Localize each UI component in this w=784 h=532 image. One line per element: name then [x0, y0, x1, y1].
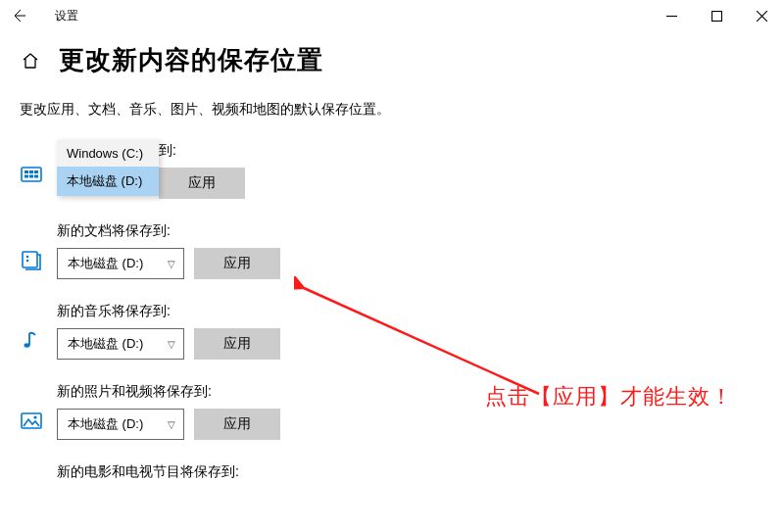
row-apps-label: 到: [159, 142, 245, 160]
row-docs-label: 新的文档将保存到: [57, 222, 280, 240]
chevron-down-icon: ▽ [168, 339, 175, 350]
header: 更改新内容的保存位置 [20, 43, 764, 77]
back-button[interactable] [4, 1, 33, 30]
svg-point-9 [26, 256, 29, 259]
titlebar-left: 设置 [4, 1, 78, 30]
dropdown-option-c[interactable]: Windows (C:) [57, 140, 159, 167]
svg-rect-3 [29, 170, 33, 173]
home-icon [21, 51, 40, 71]
row-movies-body: 新的电影和电视节目将保存到: [57, 461, 239, 481]
row-movies-label: 新的电影和电视节目将保存到: [57, 463, 239, 481]
dropdown-docs-value: 本地磁盘 (D:) [68, 255, 143, 272]
svg-rect-4 [34, 170, 38, 173]
maximize-button[interactable] [694, 1, 739, 30]
close-icon [757, 11, 767, 22]
document-icon [20, 248, 43, 271]
row-music-body: 新的音乐将保存到: 本地磁盘 (D:) ▽ 应用 [57, 301, 280, 360]
row-docs: 新的文档将保存到: 本地磁盘 (D:) ▽ 应用 [20, 220, 764, 279]
svg-rect-2 [24, 170, 28, 173]
row-movies: 新的电影和电视节目将保存到: [20, 461, 764, 487]
music-icon [20, 328, 43, 352]
apps-icon [20, 162, 43, 185]
apps-dropdown-popup: Windows (C:) 本地磁盘 (D:) [57, 140, 159, 196]
window-controls [649, 1, 784, 30]
svg-rect-7 [34, 175, 38, 178]
close-button[interactable] [739, 1, 784, 30]
page-title: 更改新内容的保存位置 [59, 43, 323, 77]
maximize-icon [711, 11, 722, 22]
arrow-left-icon [11, 8, 26, 24]
window-title: 设置 [55, 8, 78, 24]
svg-rect-5 [24, 175, 28, 178]
content: 更改新内容的保存位置 更改应用、文档、音乐、图片、视频和地图的默认保存位置。 到… [0, 31, 784, 487]
svg-point-13 [33, 415, 36, 418]
apply-button-music[interactable]: 应用 [194, 328, 280, 360]
row-apps: 到: 应用 Windows (C:) 本地磁盘 (D:) [20, 140, 764, 199]
row-photos-label: 新的照片和视频将保存到: [57, 383, 280, 401]
home-button[interactable] [20, 50, 41, 72]
chevron-down-icon: ▽ [168, 259, 175, 269]
dropdown-docs[interactable]: 本地磁盘 (D:) ▽ [57, 248, 184, 279]
svg-point-11 [24, 343, 30, 347]
dropdown-photos[interactable]: 本地磁盘 (D:) ▽ [57, 409, 184, 440]
titlebar: 设置 [0, 0, 784, 31]
dropdown-option-d[interactable]: 本地磁盘 (D:) [57, 167, 159, 196]
row-docs-body: 新的文档将保存到: 本地磁盘 (D:) ▽ 应用 [57, 220, 280, 279]
apply-button-apps[interactable]: 应用 [159, 168, 245, 199]
row-photos-body: 新的照片和视频将保存到: 本地磁盘 (D:) ▽ 应用 [57, 381, 280, 440]
dropdown-photos-value: 本地磁盘 (D:) [68, 415, 143, 433]
minimize-button[interactable] [649, 1, 694, 30]
svg-rect-8 [23, 252, 37, 267]
row-music-label: 新的音乐将保存到: [57, 303, 280, 320]
svg-point-10 [26, 260, 29, 263]
chevron-down-icon: ▽ [168, 419, 175, 430]
apply-button-photos[interactable]: 应用 [194, 409, 280, 440]
photo-icon [20, 409, 43, 432]
apply-button-docs[interactable]: 应用 [194, 248, 280, 279]
dropdown-music[interactable]: 本地磁盘 (D:) ▽ [57, 328, 184, 360]
svg-rect-0 [711, 11, 721, 21]
svg-rect-1 [22, 168, 41, 181]
annotation-text: 点击【应用】才能生效！ [485, 382, 733, 411]
minimize-icon [666, 11, 677, 22]
svg-rect-6 [29, 175, 33, 178]
page-subtitle: 更改应用、文档、音乐、图片、视频和地图的默认保存位置。 [20, 101, 764, 119]
dropdown-music-value: 本地磁盘 (D:) [68, 335, 143, 353]
row-music: 新的音乐将保存到: 本地磁盘 (D:) ▽ 应用 [20, 301, 764, 360]
